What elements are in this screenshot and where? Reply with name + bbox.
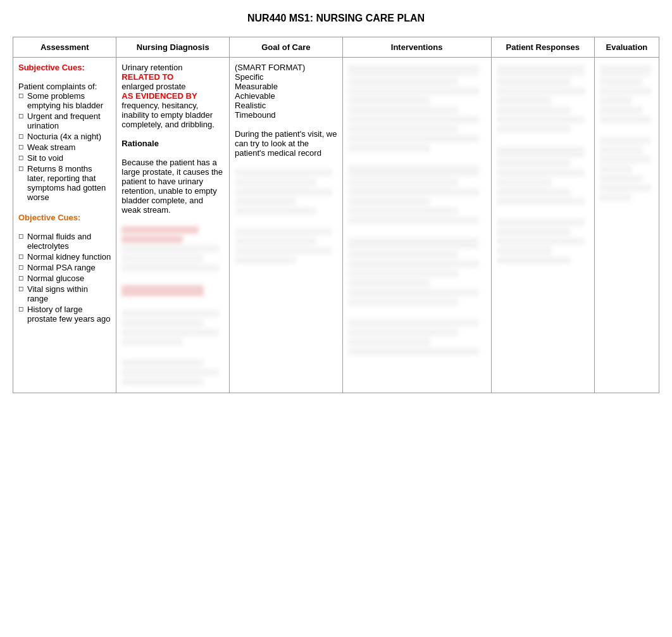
- blurred-evaluation: [600, 65, 654, 201]
- objective-label: Objective Cues:: [18, 213, 111, 222]
- blurred-goal-2: [235, 169, 337, 264]
- goal-achievable: Achievable: [235, 91, 337, 101]
- goal-measurable: Measurable: [235, 82, 337, 91]
- subjective-label: Subjective Cues:: [18, 63, 111, 72]
- patient-responses-cell: [491, 58, 594, 393]
- list-item: Normal PSA range: [18, 263, 111, 272]
- patient-complaints-intro: Patient complaints of:: [18, 82, 111, 91]
- list-item: Normal kidney function: [18, 252, 111, 262]
- list-item: Weak stream: [18, 142, 111, 152]
- subjective-list: Some problems emptying his bladder Urgen…: [18, 91, 111, 202]
- list-item: Sit to void: [18, 153, 111, 163]
- list-item: Some problems emptying his bladder: [18, 91, 111, 110]
- rationale-label: Rationale: [121, 139, 224, 148]
- list-item: Nocturia (4x a night): [18, 132, 111, 141]
- evaluation-cell: [594, 58, 659, 393]
- interventions-cell: [342, 58, 491, 393]
- as-evidenced-label: AS EVIDENCED BY: [121, 91, 224, 101]
- list-item: Normal fluids and electrolytes: [18, 232, 111, 251]
- goal-timebound: Timebound: [235, 110, 337, 120]
- blurred-diagnosis-2: [121, 226, 224, 386]
- care-plan-table: Assessment Nursing Diagnosis Goal of Car…: [13, 37, 659, 393]
- smart-format-label: (SMART FORMAT): [235, 63, 337, 72]
- goal-of-care-cell: (SMART FORMAT) Specific Measurable Achie…: [230, 58, 343, 393]
- related-to-text: enlarged prostate: [121, 82, 224, 91]
- header-evaluation: Evaluation: [594, 37, 659, 58]
- objective-list: Normal fluids and electrolytes Normal ki…: [18, 232, 111, 324]
- goal-realistic: Realistic: [235, 101, 337, 110]
- header-goal-of-care: Goal of Care: [230, 37, 343, 58]
- as-evidenced-text: frequency, hesitancy, inability to empty…: [121, 101, 224, 129]
- blurred-interventions: [348, 65, 486, 355]
- assessment-cell: Subjective Cues: Patient complaints of: …: [13, 58, 116, 393]
- goal-specific: Specific: [235, 72, 337, 82]
- list-item: Urgent and frequent urination: [18, 111, 111, 130]
- diagnosis-text: Urinary retention: [121, 63, 224, 72]
- during-text: During the patient's visit, we can try t…: [235, 129, 337, 158]
- list-item: Normal glucose: [18, 274, 111, 283]
- rationale-text: Because the patient has a large prostate…: [121, 158, 224, 215]
- header-patient-responses: Patient Responses: [491, 37, 594, 58]
- blurred-responses: [497, 65, 589, 264]
- header-nursing-diagnosis: Nursing Diagnosis: [116, 37, 230, 58]
- list-item: Returns 8 months later, reporting that s…: [18, 164, 111, 202]
- page-title: NUR440 MS1: NURSING CARE PLAN: [13, 13, 659, 24]
- header-assessment: Assessment: [13, 37, 116, 58]
- nursing-diagnosis-cell: Urinary retention RELATED TO enlarged pr…: [116, 58, 230, 393]
- list-item: History of large prostate few years ago: [18, 305, 111, 324]
- list-item: Vital signs within range: [18, 284, 111, 303]
- header-interventions: Interventions: [342, 37, 491, 58]
- related-to-label: RELATED TO: [121, 72, 224, 82]
